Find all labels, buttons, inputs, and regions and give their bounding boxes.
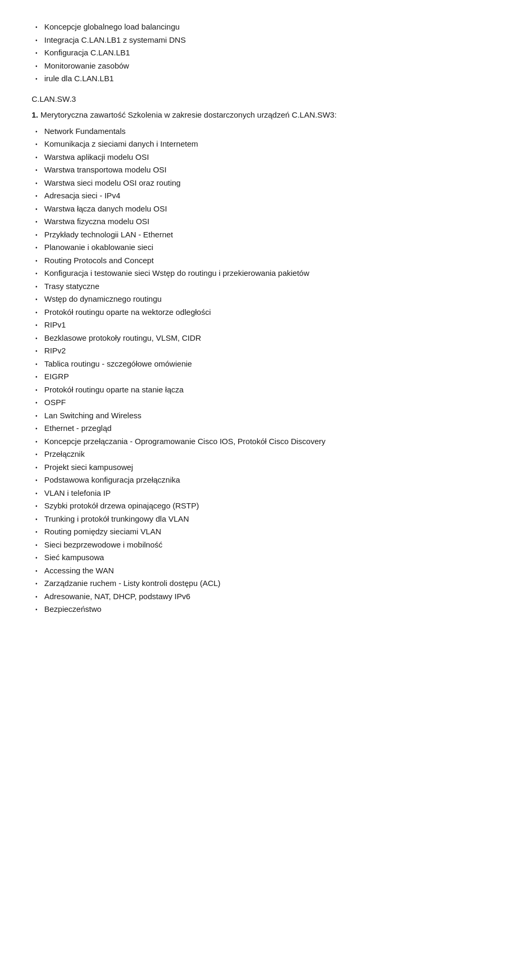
item-text: Wstęp do dynamicznego routingu xyxy=(44,293,162,305)
bullet-icon: • xyxy=(32,166,41,174)
list-item: • Koncepcje globalnego load balancingu xyxy=(32,21,474,33)
list-item: • Przykłady technologii LAN - Ethernet xyxy=(32,229,474,241)
item-text: Routing Protocols and Concept xyxy=(44,255,154,267)
list-item: • Warstwa łącza danych modelu OSI xyxy=(32,203,474,215)
item-text: RIPv2 xyxy=(44,345,66,357)
item-text: Przełącznik xyxy=(44,448,85,460)
top-bullet-list: • Koncepcje globalnego load balancingu •… xyxy=(32,21,474,85)
item-text: Podstawowa konfiguracja przełącznika xyxy=(44,474,180,486)
list-item: • Ethernet - przegląd xyxy=(32,422,474,435)
list-item: • RIPv2 xyxy=(32,345,474,357)
item-text: Warstwa łącza danych modelu OSI xyxy=(44,203,167,215)
bullet-icon: • xyxy=(32,399,41,407)
bullet-icon: • xyxy=(32,334,41,342)
list-item: • Warstwa sieci modelu OSI oraz routing xyxy=(32,177,474,189)
bullet-icon: • xyxy=(32,412,41,420)
item-text: Protokół routingu oparte na wektorze odl… xyxy=(44,306,211,319)
list-item: • Adresacja sieci - IPv4 xyxy=(32,190,474,202)
item-text: Trunking i protokół trunkingowy dla VLAN xyxy=(44,513,189,525)
item-text: irule dla C.LAN.LB1 xyxy=(44,73,114,85)
list-item: • Projekt sieci kampusowej xyxy=(32,462,474,474)
bullet-icon: • xyxy=(32,218,41,226)
bullet-icon: • xyxy=(32,386,41,394)
content-section: • Network Fundamentals • Komunikacja z s… xyxy=(32,126,474,616)
bullet-icon: • xyxy=(32,606,41,613)
bullet-icon: • xyxy=(32,321,41,329)
item-text: Lan Switching and Wireless xyxy=(44,410,141,422)
list-item: • Bezklasowe protokoły routingu, VLSM, C… xyxy=(32,332,474,344)
item-text: Monitorowanie zasobów xyxy=(44,60,129,72)
bullet-icon: • xyxy=(32,309,41,316)
item-text: Warstwa fizyczna modelu OSI xyxy=(44,216,150,228)
bullet-icon: • xyxy=(32,593,41,601)
bullet-icon: • xyxy=(32,438,41,446)
bullet-icon: • xyxy=(32,554,41,562)
list-item: • Zarządzanie ruchem - Listy kontroli do… xyxy=(32,578,474,590)
item-text: Routing pomiędzy sieciami VLAN xyxy=(44,526,161,538)
item-text: Planowanie i okablowanie sieci xyxy=(44,242,153,254)
list-item: • Sieć kampusowa xyxy=(32,552,474,564)
bullet-icon: • xyxy=(32,450,41,458)
list-item: • Warstwa fizyczna modelu OSI xyxy=(32,216,474,228)
list-item: • Wstęp do dynamicznego routingu xyxy=(32,293,474,305)
list-item: • Warstwa aplikacji modelu OSI xyxy=(32,151,474,164)
section-intro-line: 1. Merytoryczna zawartość Szkolenia w za… xyxy=(32,109,474,121)
list-item: • Trunking i protokół trunkingowy dla VL… xyxy=(32,513,474,525)
list-item: • Konfiguracja C.LAN.LB1 xyxy=(32,47,474,59)
item-text: Zarządzanie ruchem - Listy kontroli dost… xyxy=(44,578,220,590)
item-text: Warstwa transportowa modelu OSI xyxy=(44,164,167,176)
lan-sw3-text: C.LAN.SW.3 xyxy=(32,94,76,103)
list-item: • Integracja C.LAN.LB1 z systemami DNS xyxy=(32,34,474,46)
item-text: VLAN i telefonia IP xyxy=(44,487,111,499)
bullet-icon: • xyxy=(32,580,41,588)
top-section: • Koncepcje globalnego load balancingu •… xyxy=(32,21,474,85)
bullet-icon: • xyxy=(32,464,41,472)
item-text: Integracja C.LAN.LB1 z systemami DNS xyxy=(44,34,186,46)
item-text: Tablica routingu - szczegółowe omówienie xyxy=(44,358,192,370)
bullet-icon: • xyxy=(32,36,41,44)
item-text: Koncepcje przełączania - Oprogramowanie … xyxy=(44,436,326,448)
bullet-icon: • xyxy=(32,567,41,575)
bullet-icon: • xyxy=(32,179,41,187)
item-text: OSPF xyxy=(44,397,66,409)
bullet-icon: • xyxy=(32,347,41,355)
item-text: Konfiguracja C.LAN.LB1 xyxy=(44,47,130,59)
bullet-icon: • xyxy=(32,231,41,239)
list-item: • Routing Protocols and Concept xyxy=(32,255,474,267)
list-item: • Podstawowa konfiguracja przełącznika xyxy=(32,474,474,486)
list-item: • VLAN i telefonia IP xyxy=(32,487,474,499)
item-text: Ethernet - przegląd xyxy=(44,422,112,435)
bullet-icon: • xyxy=(32,528,41,536)
lan-sw3-label: C.LAN.SW.3 xyxy=(32,93,474,105)
bullet-icon: • xyxy=(32,205,41,213)
item-text: Accessing the WAN xyxy=(44,565,114,577)
list-item: • OSPF xyxy=(32,397,474,409)
item-text: Network Fundamentals xyxy=(44,126,125,138)
bullet-icon: • xyxy=(32,153,41,161)
item-text: Warstwa aplikacji modelu OSI xyxy=(44,151,149,164)
bullet-icon: • xyxy=(32,373,41,381)
content-bullet-list: • Network Fundamentals • Komunikacja z s… xyxy=(32,126,474,616)
item-text: Komunikacja z sieciami danych i Internet… xyxy=(44,138,198,150)
list-item: • irule dla C.LAN.LB1 xyxy=(32,73,474,85)
section-intro-block: 1. Merytoryczna zawartość Szkolenia w za… xyxy=(32,109,474,121)
bullet-icon: • xyxy=(32,75,41,83)
item-text: Protokół routingu oparte na stanie łącza xyxy=(44,384,183,396)
bullet-icon: • xyxy=(32,283,41,291)
list-item: • Koncepcje przełączania - Oprogramowani… xyxy=(32,436,474,448)
item-text: Adresowanie, NAT, DHCP, podstawy IPv6 xyxy=(44,591,190,603)
list-item: • Protokół routingu oparte na stanie łąc… xyxy=(32,384,474,396)
list-item: • Konfiguracja i testowanie sieci Wstęp … xyxy=(32,267,474,280)
list-item: • Bezpieczeństwo xyxy=(32,603,474,616)
item-text: EIGRP xyxy=(44,371,69,383)
list-item: • RIPv1 xyxy=(32,319,474,331)
section-intro-text: Merytoryczna zawartość Szkolenia w zakre… xyxy=(41,110,337,119)
bullet-icon: • xyxy=(32,476,41,484)
item-text: Przykłady technologii LAN - Ethernet xyxy=(44,229,173,241)
list-item: • Planowanie i okablowanie sieci xyxy=(32,242,474,254)
bullet-icon: • xyxy=(32,295,41,303)
bullet-icon: • xyxy=(32,192,41,200)
list-item: • Komunikacja z sieciami danych i Intern… xyxy=(32,138,474,150)
item-text: Szybki protokół drzewa opinającego (RSTP… xyxy=(44,500,199,512)
item-text: Sieć kampusowa xyxy=(44,552,104,564)
